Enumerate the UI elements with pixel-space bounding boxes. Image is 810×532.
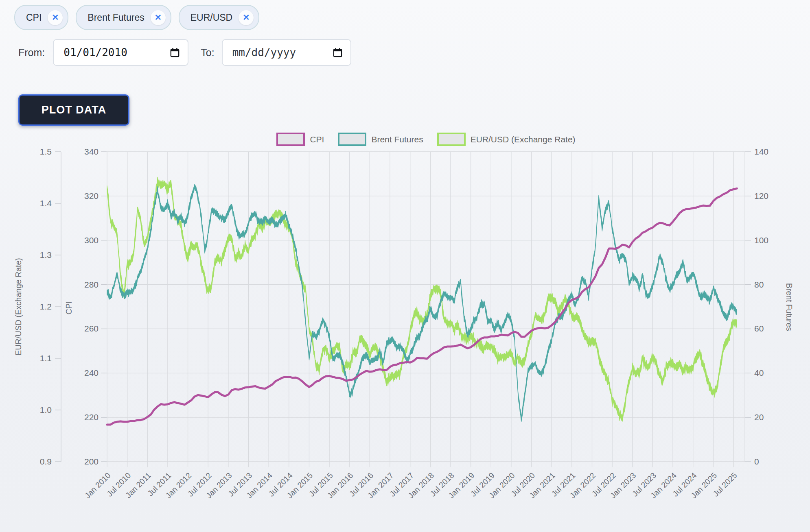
brent-tick-label: 80 <box>754 280 764 289</box>
cpi-axis: 200220240260280300320340CPI <box>64 147 107 466</box>
eur-tick-label: 1.1 <box>40 353 52 363</box>
brent-axis: 020406080100120140Brent Futures <box>745 147 794 466</box>
x-axis-labels: Jan 2010Jul 2010Jan 2011Jul 2011Jan 2012… <box>83 471 739 500</box>
brent-tick-label: 140 <box>754 147 768 156</box>
brent-axis-title: Brent Futures <box>785 283 794 331</box>
eur-tick-label: 1.3 <box>40 250 52 259</box>
gridlines <box>107 152 745 467</box>
brent-tick-label: 120 <box>754 191 768 201</box>
eur-tick-label: 1.0 <box>40 405 52 414</box>
cpi-tick-label: 260 <box>84 324 99 333</box>
brent-tick-label: 40 <box>754 368 764 377</box>
cpi-tick-label: 220 <box>84 412 99 422</box>
eur-tick-label: 0.9 <box>40 457 52 466</box>
brent-tick-label: 100 <box>754 235 768 245</box>
cpi-tick-label: 240 <box>84 368 99 377</box>
cpi-tick-label: 340 <box>84 147 99 156</box>
brent-tick-label: 60 <box>754 324 764 333</box>
cpi-tick-label: 300 <box>84 235 99 245</box>
cpi-tick-label: 280 <box>84 280 99 289</box>
eur-axis: 0.91.01.11.21.31.41.5EUR/USD (Exchange R… <box>14 147 61 466</box>
eur-tick-label: 1.5 <box>40 147 52 156</box>
cpi-tick-label: 200 <box>84 457 99 466</box>
eur-tick-label: 1.4 <box>40 198 52 208</box>
series-brent-futures <box>107 184 737 422</box>
eur-axis-title: EUR/USD (Exchange Rate) <box>14 258 23 355</box>
cpi-axis-title: CPI <box>64 301 73 315</box>
x-tick-label: Jan 2010 <box>83 471 112 500</box>
app-page: CPI ✕ Brent Futures ✕ EUR/USD ✕ From: 01… <box>0 0 810 532</box>
cpi-tick-label: 320 <box>84 191 99 201</box>
brent-tick-label: 0 <box>754 457 759 466</box>
eur-tick-label: 1.2 <box>40 302 52 311</box>
multi-axis-line-chart[interactable]: Jan 2010Jul 2010Jan 2011Jul 2011Jan 2012… <box>0 0 810 532</box>
brent-tick-label: 20 <box>754 412 764 422</box>
